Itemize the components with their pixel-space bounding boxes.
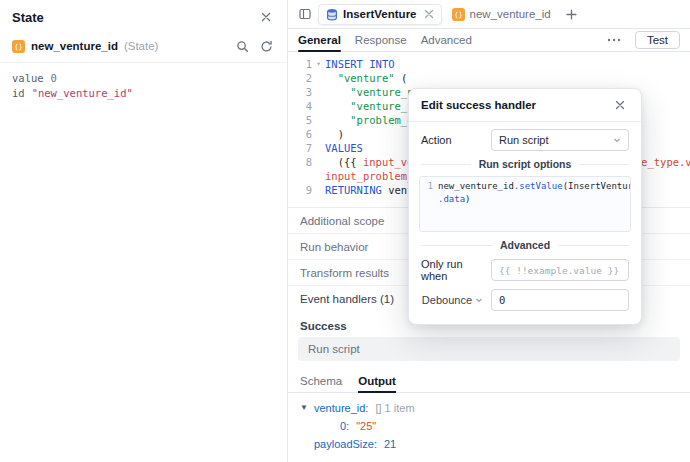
advanced-label: Advanced bbox=[500, 239, 550, 251]
advanced-divider: Advanced bbox=[409, 232, 641, 251]
state-json-view: value0id"new_venture_id" bbox=[0, 63, 287, 109]
code-text: INSERT INTO bbox=[325, 57, 690, 71]
state-item-name: new_venture_id bbox=[31, 40, 118, 52]
tree-value: 21 bbox=[384, 435, 396, 453]
line-number: 9 bbox=[288, 183, 312, 197]
state-panel-header: State bbox=[0, 0, 287, 32]
debounce-row: Debounce bbox=[409, 282, 641, 311]
fold-gutter bbox=[312, 169, 325, 183]
line-number: 7 bbox=[288, 141, 312, 155]
tree-value: "25" bbox=[356, 417, 376, 435]
query-tab[interactable]: InsertVenture bbox=[318, 4, 442, 25]
tree-key: 0: bbox=[340, 417, 349, 435]
query-tab-strip: InsertVenture{}new_venture_id bbox=[288, 0, 690, 29]
modal-title: Edit success handler bbox=[421, 99, 536, 111]
state-icon: {} bbox=[12, 40, 25, 53]
fold-icon[interactable]: ▾ bbox=[312, 57, 325, 71]
only-run-when-row: Only run when bbox=[409, 251, 641, 282]
code-text: "venture" ( bbox=[325, 71, 690, 85]
state-icon: {} bbox=[452, 8, 465, 21]
state-key: value bbox=[12, 72, 44, 84]
tree-expand-icon[interactable]: ▼ bbox=[300, 399, 312, 417]
action-select[interactable]: Run script bbox=[491, 129, 629, 151]
line-number: 1 bbox=[288, 57, 312, 71]
database-icon bbox=[326, 8, 338, 21]
code-text: .data) bbox=[438, 193, 630, 206]
run-script-options-label: Run script options bbox=[479, 158, 572, 170]
close-icon[interactable] bbox=[257, 8, 275, 26]
action-row: Action Run script bbox=[409, 122, 641, 151]
modal-close-icon[interactable] bbox=[611, 96, 629, 114]
toolbar-tab-response[interactable]: Response bbox=[355, 29, 407, 51]
state-value: 0 bbox=[51, 72, 57, 84]
fold-gutter bbox=[312, 113, 325, 127]
refresh-icon[interactable] bbox=[257, 37, 275, 55]
query-editor-panel: InsertVenture{}new_venture_id GeneralRes… bbox=[288, 0, 690, 462]
search-icon[interactable] bbox=[233, 37, 251, 55]
chevron-down-icon bbox=[475, 296, 483, 304]
line-number: 6 bbox=[288, 127, 312, 141]
tree-key: venture_id: bbox=[314, 399, 368, 417]
fold-gutter bbox=[312, 155, 325, 169]
fold-gutter bbox=[312, 183, 325, 197]
action-select-value: Run script bbox=[499, 134, 549, 146]
toolbar-tab-advanced[interactable]: Advanced bbox=[421, 29, 472, 51]
run-script-chip[interactable]: Run script bbox=[298, 337, 680, 361]
svg-text:{}: {} bbox=[454, 11, 462, 19]
code-line: 1new_venture_id.setValue(InsertVenture bbox=[420, 180, 630, 193]
only-run-when-label: Only run when bbox=[421, 258, 483, 282]
tree-row[interactable]: payloadSize:21 bbox=[288, 435, 690, 453]
fold-gutter bbox=[312, 127, 325, 141]
code-line: .data) bbox=[420, 193, 630, 206]
add-tab-icon[interactable] bbox=[563, 5, 581, 23]
query-tabs: InsertVenture{}new_venture_id bbox=[318, 4, 559, 25]
run-script-options-divider: Run script options bbox=[409, 151, 641, 170]
only-run-when-input[interactable] bbox=[491, 259, 629, 281]
state-item-row[interactable]: {} new_venture_id (State) bbox=[0, 32, 287, 63]
output-tabs: SchemaOutput bbox=[288, 369, 690, 393]
line-number: 2 bbox=[288, 71, 312, 85]
close-icon[interactable] bbox=[424, 9, 434, 19]
output-tab-output[interactable]: Output bbox=[358, 369, 396, 392]
tree-suffix: [] 1 item bbox=[375, 399, 414, 417]
query-tab-label: InsertVenture bbox=[343, 8, 417, 20]
toolbar-tab-general[interactable]: General bbox=[298, 29, 341, 51]
line-number: 1 bbox=[420, 180, 433, 193]
output-tree: ▼venture_id:[] 1 item0:"25"payloadSize:2… bbox=[288, 393, 690, 459]
debounce-type-dropdown[interactable]: Debounce bbox=[421, 294, 483, 306]
fold-gutter bbox=[312, 141, 325, 155]
fold-gutter bbox=[312, 99, 325, 113]
line-number: 8 bbox=[288, 155, 312, 169]
state-line: id"new_venture_id" bbox=[12, 86, 275, 101]
debounce-input[interactable] bbox=[491, 289, 629, 311]
fold-gutter bbox=[312, 85, 325, 99]
tree-row[interactable]: 0:"25" bbox=[288, 417, 690, 435]
state-item-type: (State) bbox=[124, 40, 159, 52]
edit-success-handler-modal: Edit success handler Action Run script R… bbox=[408, 88, 642, 325]
code-line: 2 "venture" ( bbox=[288, 71, 690, 85]
svg-text:{}: {} bbox=[14, 43, 22, 51]
line-number bbox=[288, 169, 312, 183]
state-panel-title: State bbox=[12, 10, 44, 25]
query-toolbar: GeneralResponseAdvanced Test bbox=[288, 29, 690, 52]
success-script-editor[interactable]: 1new_venture_id.setValue(InsertVenture.d… bbox=[419, 176, 631, 232]
output-tab-schema[interactable]: Schema bbox=[300, 369, 342, 392]
state-line: value0 bbox=[12, 71, 275, 86]
line-number: 3 bbox=[288, 85, 312, 99]
code-line: 1▾INSERT INTO bbox=[288, 57, 690, 71]
chevron-down-icon bbox=[613, 136, 621, 144]
toolbar-tabs: GeneralResponseAdvanced bbox=[298, 29, 472, 51]
test-button[interactable]: Test bbox=[635, 31, 680, 49]
query-tab[interactable]: {}new_venture_id bbox=[444, 4, 559, 25]
tree-row[interactable]: ▼venture_id:[] 1 item bbox=[288, 399, 690, 417]
code-text: new_venture_id.setValue(InsertVenture bbox=[438, 180, 630, 193]
fold-gutter bbox=[312, 71, 325, 85]
line-number: 5 bbox=[288, 113, 312, 127]
state-value: "new_venture_id" bbox=[32, 87, 133, 99]
line-number: 4 bbox=[288, 99, 312, 113]
modal-header: Edit success handler bbox=[409, 89, 641, 122]
debounce-label: Debounce bbox=[422, 294, 472, 306]
more-options-icon[interactable] bbox=[605, 31, 623, 49]
panel-toggle-icon[interactable] bbox=[296, 5, 314, 23]
action-label: Action bbox=[421, 134, 483, 146]
